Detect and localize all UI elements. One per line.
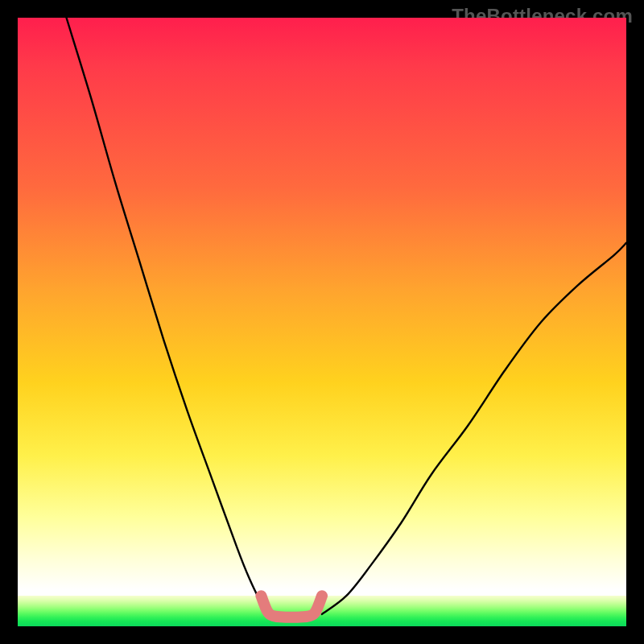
left-curve [67,18,274,614]
right-curve [322,243,626,614]
plot-area [18,18,626,626]
chart-container: TheBottleneck.com [0,0,644,644]
curve-layer [18,18,626,626]
bottom-bracket [261,596,322,617]
